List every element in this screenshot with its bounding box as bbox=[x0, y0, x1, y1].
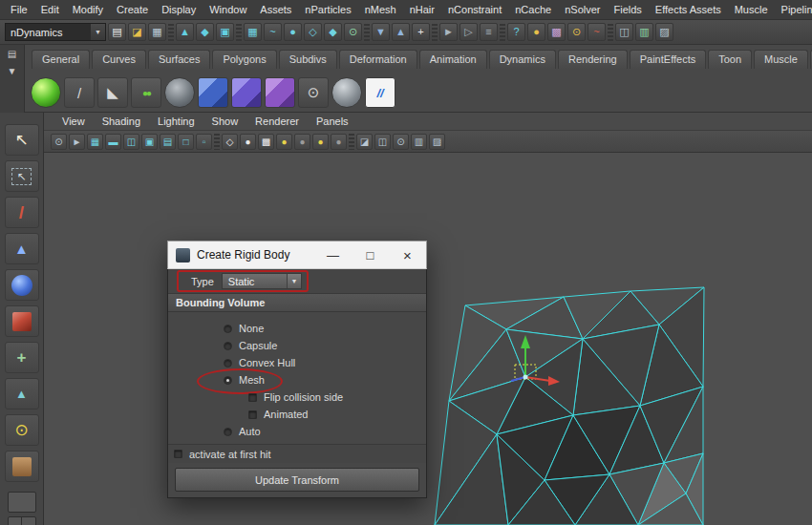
chevron-down-icon[interactable]: ▼ bbox=[287, 274, 301, 288]
select-object-icon[interactable]: ◆ bbox=[196, 23, 214, 41]
type-dropdown[interactable]: Static ▼ bbox=[222, 273, 302, 289]
isolate-select-icon[interactable]: ◪ bbox=[356, 134, 373, 150]
snap-surface-icon[interactable]: ◆ bbox=[324, 23, 342, 41]
joints-xray-icon[interactable]: ⊙ bbox=[393, 134, 409, 150]
shelf-tab[interactable]: Curves bbox=[92, 50, 146, 69]
menu-item[interactable]: Effects Assets bbox=[649, 4, 728, 15]
divider-grip[interactable] bbox=[432, 24, 438, 41]
menu-item[interactable]: Display bbox=[155, 4, 203, 15]
snap-view-plane-icon[interactable]: ◇ bbox=[304, 23, 322, 41]
textured-mode-icon[interactable]: ▩ bbox=[258, 134, 274, 150]
emit-object-icon[interactable]: ◣ bbox=[97, 77, 128, 108]
four-pane-layout-button[interactable] bbox=[8, 516, 36, 525]
menu-item[interactable]: Assets bbox=[253, 4, 298, 15]
option-control[interactable] bbox=[224, 359, 232, 368]
render-settings-icon[interactable]: ≡ bbox=[480, 23, 498, 41]
wireframe-mode-icon[interactable]: ◇ bbox=[222, 134, 238, 150]
open-scene-icon[interactable]: ◪ bbox=[128, 23, 146, 41]
radio-none[interactable]: None bbox=[168, 320, 426, 337]
help-line-icon[interactable]: ? bbox=[507, 23, 525, 41]
universal-manip-tool[interactable]: + bbox=[5, 342, 39, 373]
shelf-tab[interactable]: Polygons bbox=[212, 50, 276, 69]
nparticle-ball-icon[interactable] bbox=[31, 77, 61, 108]
divider-grip[interactable] bbox=[608, 24, 613, 41]
last-tool[interactable] bbox=[5, 451, 39, 482]
shaded-mode-icon[interactable]: ● bbox=[240, 134, 256, 150]
curve-snap-key-icon[interactable]: ~ bbox=[588, 23, 606, 41]
channel-box-toggle-icon[interactable]: ▨ bbox=[655, 23, 673, 41]
shelf-tab[interactable]: Toon bbox=[708, 50, 752, 69]
option-control[interactable] bbox=[224, 342, 232, 350]
divider-grip[interactable] bbox=[500, 24, 505, 41]
panel-menu-item[interactable]: Panels bbox=[308, 116, 357, 127]
shelf-tab[interactable]: Dynamics bbox=[489, 50, 556, 69]
menu-item[interactable]: nMesh bbox=[358, 4, 403, 15]
minimize-button[interactable]: — bbox=[314, 242, 352, 268]
divider-grip[interactable] bbox=[168, 24, 174, 41]
construction-history-icon[interactable]: + bbox=[412, 23, 430, 41]
option-control[interactable] bbox=[224, 428, 232, 436]
shelf-tab[interactable]: Animation bbox=[419, 50, 487, 69]
divider-grip[interactable] bbox=[214, 134, 220, 150]
lasso-tool[interactable]: ↖ bbox=[5, 160, 39, 192]
gamma-icon[interactable]: ▨ bbox=[429, 134, 445, 150]
menu-item[interactable]: nParticles bbox=[298, 4, 357, 15]
single-pane-layout-button[interactable] bbox=[8, 492, 36, 513]
maximize-button[interactable]: □ bbox=[352, 242, 389, 268]
menu-item[interactable]: Muscle bbox=[728, 4, 775, 15]
divider-grip[interactable] bbox=[236, 24, 242, 41]
exposure-icon[interactable]: ▥ bbox=[411, 134, 427, 150]
shelf-tab[interactable]: Surfaces bbox=[148, 50, 210, 69]
divider-grip[interactable] bbox=[349, 134, 354, 150]
scene-mesh[interactable] bbox=[420, 272, 812, 525]
update-transform-button[interactable]: Update Transform bbox=[175, 468, 419, 492]
activate-checkbox-control[interactable] bbox=[174, 450, 182, 458]
menu-item[interactable]: nCache bbox=[508, 4, 558, 15]
close-button[interactable]: × bbox=[389, 242, 426, 268]
shelf-tab[interactable]: Muscle bbox=[754, 50, 808, 69]
nail-constraint-icon[interactable]: / bbox=[64, 77, 95, 108]
radio-auto[interactable]: Auto bbox=[168, 423, 426, 440]
use-all-lights-icon[interactable]: ● bbox=[276, 134, 292, 150]
collide-sphere-icon[interactable] bbox=[331, 77, 362, 108]
gate-mask-icon[interactable]: ▣ bbox=[141, 134, 158, 150]
menu-item[interactable]: Edit bbox=[34, 4, 66, 15]
radio-mesh[interactable]: Mesh bbox=[168, 371, 426, 388]
snap-point-icon[interactable]: ● bbox=[284, 23, 302, 41]
active-rigid-body-icon[interactable] bbox=[198, 77, 228, 108]
resolution-gate-icon[interactable]: ◫ bbox=[123, 134, 139, 150]
passive-rigid-body-icon[interactable] bbox=[231, 77, 262, 108]
menu-item[interactable]: Create bbox=[110, 4, 155, 15]
soft-mod-tool[interactable]: ▲ bbox=[5, 378, 39, 410]
panel-menu-item[interactable]: Renderer bbox=[246, 116, 308, 127]
safe-action-icon[interactable]: □ bbox=[178, 134, 194, 150]
shelf-tabs-menu-icon[interactable]: ▤ bbox=[8, 50, 16, 59]
panel-menu-item[interactable]: Lighting bbox=[149, 116, 203, 127]
option-control[interactable] bbox=[224, 325, 232, 333]
snap-grid-icon[interactable]: ▦ bbox=[244, 23, 262, 41]
selection-highlight-icon[interactable]: ● bbox=[527, 23, 545, 41]
checkbox-activate-at-first-hit[interactable]: activate at first hit bbox=[168, 444, 426, 463]
select-hierarchy-icon[interactable]: ▲ bbox=[176, 23, 194, 41]
safe-title-icon[interactable]: ▫ bbox=[196, 134, 212, 150]
sets-partition-icon[interactable]: ▩ bbox=[547, 23, 566, 41]
chevron-down-icon[interactable]: ▼ bbox=[91, 24, 105, 40]
new-scene-icon[interactable]: ▤ bbox=[108, 23, 126, 41]
panel-menu-item[interactable]: Show bbox=[203, 116, 247, 127]
soft-body-icon[interactable] bbox=[265, 77, 295, 108]
shelf-tab[interactable]: Deformation bbox=[339, 50, 417, 69]
xray-icon[interactable]: ◫ bbox=[374, 134, 391, 150]
menu-item[interactable]: Fields bbox=[607, 4, 648, 15]
menu-item[interactable]: Modify bbox=[66, 4, 110, 15]
bounding-volume-header[interactable]: Bounding Volume bbox=[168, 294, 426, 312]
field-chart-icon[interactable]: ▤ bbox=[160, 134, 176, 150]
panel-menu-item[interactable]: Shading bbox=[94, 116, 149, 127]
animation-key-icon[interactable]: ⊙ bbox=[567, 23, 586, 41]
make-live-icon[interactable]: ⊙ bbox=[344, 23, 362, 41]
checkbox-flip-collision-side[interactable]: Flip collision side bbox=[168, 388, 426, 406]
render-view-icon[interactable]: ► bbox=[439, 23, 458, 41]
select-component-icon[interactable]: ▣ bbox=[216, 23, 234, 41]
menu-item[interactable]: nSolver bbox=[558, 4, 607, 15]
tool-settings-toggle-icon[interactable]: ▥ bbox=[635, 23, 653, 41]
hinge-constraint-icon[interactable]: ⊙ bbox=[298, 77, 329, 108]
